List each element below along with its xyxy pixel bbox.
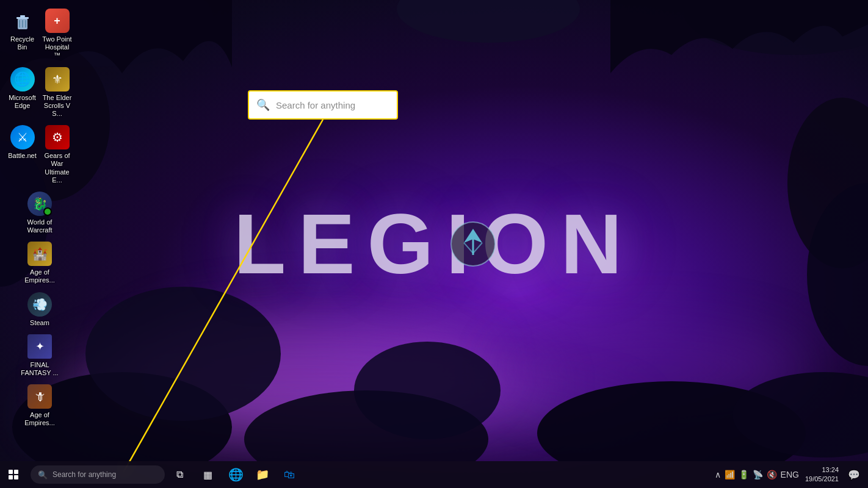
desktop-icon-steam[interactable]: 💨 Steam	[15, 289, 64, 331]
legion-y-icon	[449, 220, 497, 268]
battlenet-label: Battle.net	[8, 152, 36, 160]
gearsofwar-icon: ⚙	[45, 125, 70, 149]
wow-icon: 🐉	[27, 192, 52, 216]
battlenet-icon: ⚔	[10, 125, 35, 149]
taskbar-left: 🔍 Search for anything ⧉ ▦ 🌐 📁 🛍	[0, 461, 303, 488]
search-overlay-search-icon: 🔍	[256, 98, 270, 112]
start-button[interactable]	[0, 461, 27, 488]
ff-label: FINAL FANTASY ...	[18, 361, 62, 377]
search-overlay-popup[interactable]: 🔍 Search for anything	[248, 90, 398, 120]
steam-label: Steam	[30, 319, 49, 327]
legion-logo: LEGION	[234, 195, 635, 293]
tray-network[interactable]: 📶	[725, 470, 735, 479]
svg-rect-16	[20, 15, 25, 17]
desktop-icon-aoe2[interactable]: 🗡 Age of Empires...	[15, 381, 64, 431]
tph-icon: +	[45, 9, 70, 33]
taskbar-pinned-apps: 🌐 📁 🛍	[222, 461, 303, 488]
taskbar-store-icon: 🛍	[284, 468, 295, 481]
wow-label: World of Warcraft	[18, 218, 62, 234]
desktop-icon-elder-scrolls[interactable]: ⚜ The Elder Scrolls V S...	[40, 63, 74, 122]
svg-rect-15	[16, 17, 29, 19]
taskbar-datetime[interactable]: 13:24 19/05/2021	[801, 465, 842, 484]
tray-chevron[interactable]: ∧	[715, 470, 721, 479]
elderscrolls-icon: ⚜	[45, 67, 70, 92]
desktop-icon-world-of-warcraft[interactable]: 🐉 World of Warcraft	[15, 188, 64, 238]
desktop-icon-edge[interactable]: 🌐 Microsoft Edge	[5, 63, 40, 122]
task-view-button[interactable]: ⧉	[166, 461, 193, 488]
desktop-icon-two-point-hospital[interactable]: + Two Point Hospital™	[40, 5, 74, 63]
taskbar-search-icon: 🔍	[38, 470, 48, 479]
search-overlay-text: Search for anything	[276, 100, 355, 110]
desktop-icon-gears-of-war[interactable]: ⚙ Gears of War Ultimate E...	[40, 121, 74, 188]
desktop-icon-aoe1[interactable]: 🏰 Age of Empires...	[15, 238, 64, 288]
taskbar-date: 19/05/2021	[805, 475, 839, 484]
taskbar-store[interactable]: 🛍	[276, 461, 303, 488]
aoe1-label: Age of Empires...	[18, 268, 62, 284]
elderscrolls-label: The Elder Scrolls V S...	[42, 94, 72, 118]
desktop: LEGION Recycle	[0, 0, 868, 488]
tray-wifi[interactable]: 📡	[753, 470, 763, 479]
svg-point-2	[397, 0, 580, 43]
desktop-icon-final-fantasy[interactable]: ✦ FINAL FANTASY ...	[15, 331, 64, 381]
desktop-icon-battlenet[interactable]: ⚔ Battle.net	[5, 121, 40, 188]
svg-point-1	[684, 0, 868, 55]
task-view-icon: ⧉	[176, 469, 183, 480]
windows-logo-icon	[9, 470, 18, 479]
tray-battery[interactable]: 🔋	[739, 470, 749, 479]
tph-label: Two Point Hospital™	[42, 35, 72, 60]
aoe1-icon: 🏰	[27, 242, 52, 266]
edge-label: Microsoft Edge	[7, 94, 37, 110]
taskbar: 🔍 Search for anything ⧉ ▦ 🌐 📁 🛍	[0, 461, 868, 488]
taskbar-edge-icon: 🌐	[228, 467, 244, 482]
aoe2-icon: 🗡	[27, 384, 52, 409]
gearsofwar-label: Gears of War Ultimate E...	[42, 152, 72, 184]
desktop-icon-recycle-bin[interactable]: Recycle Bin	[5, 5, 40, 63]
svg-point-6	[807, 183, 868, 366]
recycle-bin-icon	[10, 9, 35, 33]
taskbar-search-bar[interactable]: 🔍 Search for anything	[31, 465, 165, 484]
taskbar-explorer-icon: 📁	[256, 468, 269, 481]
steam-icon: 💨	[27, 292, 52, 317]
tray-volume[interactable]: 🔇	[767, 470, 777, 479]
taskbar-time: 13:24	[822, 465, 839, 475]
ff-icon: ✦	[27, 334, 52, 359]
notification-icon: 💬	[848, 469, 860, 481]
snap-assist-button[interactable]: ▦	[194, 461, 221, 488]
system-tray: ∧ 📶 🔋 📡 🔇 ENG	[715, 470, 799, 479]
fog-layer-4	[31, 378, 641, 451]
tray-language[interactable]: ENG	[781, 470, 799, 479]
taskbar-search-text: Search for anything	[52, 470, 116, 479]
svg-point-5	[787, 98, 868, 268]
taskbar-edge[interactable]: 🌐	[222, 461, 249, 488]
recycle-bin-label: Recycle Bin	[7, 35, 37, 51]
taskbar-right: ∧ 📶 🔋 📡 🔇 ENG 13:24 19/05/2021 💬	[715, 461, 868, 488]
desktop-icons: Recycle Bin + Two Point Hospital™ 🌐 Micr…	[0, 0, 79, 436]
aoe2-label: Age of Empires...	[18, 411, 62, 427]
notification-center-button[interactable]: 💬	[845, 461, 863, 488]
snap-assist-icon: ▦	[203, 469, 212, 481]
edge-icon: 🌐	[10, 67, 35, 92]
taskbar-explorer[interactable]: 📁	[249, 461, 276, 488]
